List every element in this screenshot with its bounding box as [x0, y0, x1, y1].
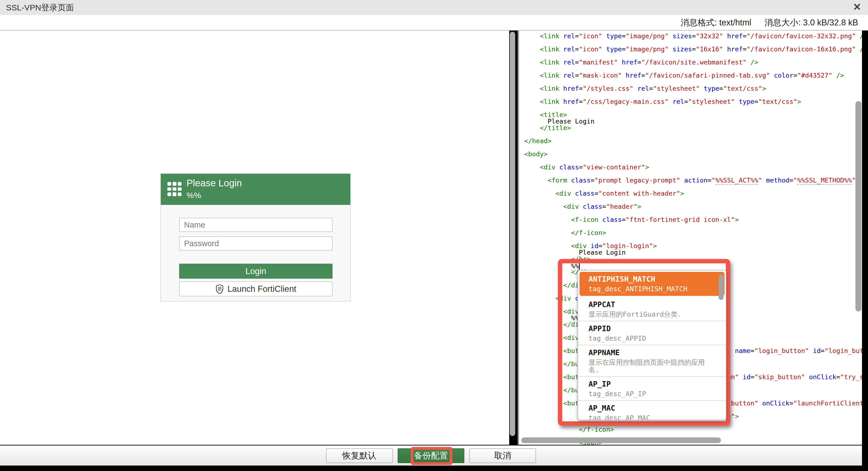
screen: { "window": { "title": "SSL-VPN登录页面", "c… [0, 0, 868, 471]
autocomplete-item-desc: tag_desc_ANTIPHISH_MATCH [589, 285, 709, 293]
code-line: <link rel="mask-icon" href="/favicon/saf… [524, 72, 862, 79]
code-line: <form class="prompt legacy-prompt" actio… [524, 177, 862, 183]
code-line: Please Login [524, 249, 862, 256]
close-icon[interactable]: ✕ [851, 1, 863, 13]
code-line: </f-icon> [524, 230, 862, 236]
autocomplete-popup[interactable]: ANTIPHISH_MATCHtag_desc_ANTIPHISH_MATCHA… [578, 270, 726, 420]
autocomplete-item-name: AP_IP [589, 380, 720, 388]
code-line [524, 419, 862, 426]
name-input[interactable] [179, 218, 333, 232]
code-line: Please Login [524, 118, 862, 125]
code-line: </title> [524, 125, 862, 131]
backup-config-button[interactable]: 备份配置 [398, 448, 464, 463]
cancel-button-label: 取消 [494, 450, 511, 462]
code-line [524, 53, 862, 59]
cancel-button[interactable]: 取消 [469, 448, 536, 463]
code-line: </head> [524, 138, 862, 144]
backup-config-button-label: 备份配置 [414, 450, 448, 462]
restore-defaults-button-label: 恢复默认 [342, 450, 376, 462]
code-line: </f-icon> [524, 426, 862, 433]
autocomplete-item[interactable]: ANTIPHISH_MATCHtag_desc_ANTIPHISH_MATCH [580, 272, 724, 296]
code-line [524, 66, 862, 72]
preview-vertical-scrollbar[interactable] [510, 32, 515, 436]
code-line: <link href="/styles.css" rel="stylesheet… [524, 85, 862, 92]
code-line: <div class="content with-header"> [524, 190, 862, 197]
code-line: <div class="header"> [524, 203, 862, 210]
code-line [524, 223, 862, 230]
code-line: <f-icon class="ftnt-fortinet-grid icon-x… [524, 216, 862, 223]
autocomplete-item-name: APPID [589, 325, 720, 333]
window-titlebar: SSL-VPN登录页面 ✕ [0, 0, 868, 15]
code-line: <div id="login-login"> [524, 243, 862, 249]
autocomplete-item[interactable]: APPCAT显示应用的FortiGuard分类. [578, 297, 726, 321]
right-edge-strip [862, 31, 868, 471]
forticlient-button-label: Launch FortiClient [227, 284, 297, 294]
code-line: <div class="view-container"> [524, 164, 862, 170]
card-subtitle: %% [187, 191, 201, 200]
code-line: <title> [524, 111, 862, 118]
code-line: </br> [524, 256, 862, 262]
code-line [524, 197, 862, 203]
autocomplete-item[interactable]: AP_MACtag_desc_AP_MAC [578, 401, 726, 420]
login-button-label: Login [246, 266, 266, 276]
autocomplete-item-name: AP_MAC [589, 404, 720, 412]
code-line: <link href="/css/legacy-main.css" rel="s… [524, 98, 862, 105]
message-info-bar: 消息格式: text/html 消息大小: 3.0 kB/32.8 kB [0, 15, 868, 31]
login-card: Please Login %% Login Launch FortiClient [160, 173, 351, 302]
code-line [524, 92, 862, 98]
editor-vertical-scrollbar[interactable] [856, 101, 862, 311]
code-line [524, 210, 862, 216]
autocomplete-item[interactable]: APPNAME显示在应用控制阻挡页面中阻挡的应用名. [578, 345, 726, 377]
code-line [524, 157, 862, 164]
autocomplete-scrollbar[interactable] [719, 274, 723, 300]
autocomplete-item-desc: tag_desc_AP_IP [589, 390, 709, 398]
autocomplete-item-name: APPCAT [589, 301, 720, 308]
restore-defaults-button[interactable]: 恢复默认 [326, 448, 393, 463]
code-line: <link rel="icon" type="image/png" sizes=… [524, 33, 862, 39]
autocomplete-item[interactable]: AP_IPtag_desc_AP_IP [578, 377, 726, 401]
autocomplete-item-desc: 显示应用的FortiGuard分类. [589, 311, 709, 318]
footer-bar: 恢复默认备份配置取消 [0, 445, 862, 466]
code-line: <link rel="icon" type="image/png" sizes=… [524, 46, 862, 53]
message-size-label: 消息大小: 3.0 kB/32.8 kB [764, 17, 858, 28]
forticlient-button[interactable]: Launch FortiClient [179, 281, 333, 296]
window-title: SSL-VPN登录页面 [6, 0, 74, 15]
code-line [524, 79, 862, 85]
code-line [524, 236, 862, 243]
code-line [524, 105, 862, 111]
autocomplete-item-name: APPNAME [589, 348, 720, 357]
login-button[interactable]: Login [179, 264, 333, 279]
autocomplete-item[interactable]: APPIDtag_desc_APPID [578, 321, 726, 345]
code-line: %% [524, 262, 862, 269]
login-card-header: Please Login %% [161, 174, 350, 205]
fortinet-grid-icon [167, 182, 182, 196]
code-line [524, 170, 862, 177]
autocomplete-item-name: ANTIPHISH_MATCH [589, 275, 719, 283]
autocomplete-item-desc: tag_desc_APPID [589, 335, 709, 342]
code-line: <link rel="manifest" href="/favicon/site… [524, 59, 862, 66]
autocomplete-item-desc: tag_desc_AP_MAC [589, 414, 709, 420]
message-format-label: 消息格式: text/html [681, 17, 751, 28]
editor-horizontal-scrollbar[interactable] [521, 437, 721, 443]
autocomplete-item-desc: 显示在应用控制阻挡页面中阻挡的应用名. [589, 359, 709, 373]
code-line: <body> [524, 151, 862, 157]
code-line [524, 39, 862, 46]
forticlient-shield-icon [216, 284, 224, 294]
password-input[interactable] [179, 236, 333, 250]
code-line [524, 144, 862, 151]
card-title: Please Login [187, 177, 242, 189]
code-line [524, 131, 862, 138]
